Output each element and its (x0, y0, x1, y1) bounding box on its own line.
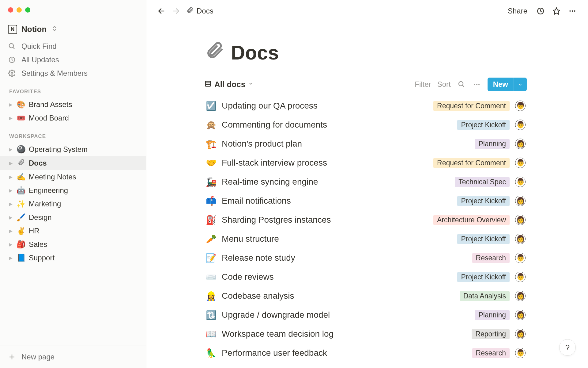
sidebar-workspace-item-5[interactable]: ▶🖌️Design (0, 211, 146, 224)
avatar[interactable]: 👨 (515, 253, 526, 263)
caret-right-icon[interactable]: ▶ (9, 228, 13, 233)
doc-title[interactable]: Commenting for documents (222, 120, 327, 130)
view-select[interactable]: All docs (205, 80, 253, 89)
breadcrumb-title: Docs (197, 7, 213, 15)
chevron-down-icon[interactable] (514, 78, 527, 91)
window-minimize-button[interactable] (17, 7, 22, 13)
sidebar-workspace-item-2[interactable]: ▶✍️Meeting Notes (0, 170, 146, 184)
sidebar-fav-item-0[interactable]: ▶🎨Brand Assets (0, 98, 146, 111)
avatar[interactable]: 👩 (515, 215, 526, 225)
new-button-label: New (488, 78, 514, 91)
more-button[interactable] (567, 6, 578, 16)
doc-title[interactable]: Workspace team decision log (222, 329, 334, 339)
sidebar-workspace-item-3[interactable]: ▶🤖Engineering (0, 184, 146, 197)
window-close-button[interactable] (8, 7, 13, 13)
list-view-icon (205, 80, 211, 89)
doc-row[interactable]: 🚂Real-time syncing engineTechnical Spec👨 (205, 172, 527, 191)
search-button[interactable] (457, 80, 466, 89)
doc-title[interactable]: Codebase analysis (222, 291, 294, 301)
workspace-section-label: WORKSPACE (0, 125, 146, 143)
sidebar-workspace-item-4[interactable]: ▶✨Marketing (0, 197, 146, 211)
quick-find-button[interactable]: Quick Find (0, 40, 146, 53)
doc-row[interactable]: 🥕Menu structureProject Kickoff👩 (205, 229, 527, 248)
doc-title[interactable]: Sharding Postgres instances (222, 215, 331, 225)
sidebar-workspace-item-8[interactable]: ▶📘Support (0, 251, 146, 265)
paperclip-icon (186, 6, 194, 16)
sidebar-fav-item-1[interactable]: ▶🎟️Mood Board (0, 111, 146, 125)
doc-row[interactable]: ⌨️Code reviewsProject Kickoff👨 (205, 267, 527, 286)
doc-tag: Project Kickoff (457, 196, 510, 206)
doc-row[interactable]: 🤝Full-stack interview processRequest for… (205, 153, 527, 172)
sort-button[interactable]: Sort (437, 80, 451, 89)
doc-title[interactable]: Upgrade / downgrade model (222, 310, 330, 320)
nav-forward-button[interactable] (172, 6, 181, 16)
doc-title[interactable]: Email notifications (222, 196, 291, 206)
caret-right-icon[interactable]: ▶ (9, 188, 13, 193)
all-updates-button[interactable]: All Updates (0, 53, 146, 67)
doc-title[interactable]: Notion's product plan (222, 139, 302, 149)
settings-button[interactable]: Settings & Members (0, 67, 146, 80)
sidebar-workspace-item-7[interactable]: ▶🎒Sales (0, 238, 146, 251)
caret-right-icon[interactable]: ▶ (9, 201, 13, 206)
doc-title[interactable]: Updating our QA process (222, 101, 318, 111)
doc-title[interactable]: Performance user feedback (222, 348, 327, 358)
favorite-button[interactable] (551, 6, 562, 16)
caret-right-icon[interactable]: ▶ (9, 174, 13, 179)
view-more-button[interactable] (472, 80, 481, 89)
new-button[interactable]: New (488, 78, 527, 91)
avatar[interactable]: 👨 (515, 120, 526, 130)
avatar[interactable]: 👨 (515, 272, 526, 282)
avatar[interactable]: 👨 (515, 158, 526, 168)
avatar[interactable]: 👩 (515, 310, 526, 320)
sidebar-workspace-item-0[interactable]: ▶🎱Operating System (0, 143, 146, 156)
sidebar-workspace-item-6[interactable]: ▶✌️HR (0, 224, 146, 238)
doc-row[interactable]: 🙊Commenting for documentsProject Kickoff… (205, 115, 527, 134)
tree-item-label: Docs (29, 159, 47, 167)
share-button[interactable]: Share (505, 6, 530, 17)
avatar[interactable]: 👦 (515, 101, 526, 111)
caret-right-icon[interactable]: ▶ (9, 161, 13, 166)
avatar[interactable]: 👩 (515, 139, 526, 149)
svg-point-10 (569, 10, 571, 12)
avatar[interactable]: 👨 (515, 177, 526, 187)
doc-row[interactable]: 🏗️Notion's product planPlanning👩 (205, 134, 527, 153)
filter-button[interactable]: Filter (415, 80, 431, 89)
doc-title[interactable]: Release note study (222, 253, 295, 263)
tree-item-label: Design (29, 213, 52, 222)
caret-right-icon[interactable]: ▶ (9, 215, 13, 220)
avatar[interactable]: 👩 (515, 234, 526, 244)
avatar[interactable]: 👩 (515, 329, 526, 339)
doc-row[interactable]: 📫Email notificationsProject Kickoff👩 (205, 191, 527, 210)
workspace-switcher[interactable]: N Notion (0, 22, 146, 40)
doc-tag: Data Analysis (460, 291, 510, 301)
doc-row[interactable]: 📝Release note studyResearch👨 (205, 248, 527, 267)
breadcrumb[interactable]: Docs (186, 6, 213, 16)
gear-icon (8, 69, 16, 77)
help-button[interactable]: ? (559, 339, 576, 356)
doc-row[interactable]: 🔃Upgrade / downgrade modelPlanning👩 (205, 305, 527, 324)
new-page-button[interactable]: New page (0, 346, 146, 368)
updates-button[interactable] (535, 6, 546, 16)
caret-right-icon[interactable]: ▶ (9, 242, 13, 247)
doc-row[interactable]: 🦜Performance user feedbackResearch👨 (205, 343, 527, 362)
doc-row[interactable]: ☑️Updating our QA processRequest for Com… (205, 96, 527, 115)
doc-row[interactable]: ⛽Sharding Postgres instancesArchitecture… (205, 210, 527, 229)
doc-row[interactable]: 📖Workspace team decision logReporting👩 (205, 324, 527, 343)
nav-back-button[interactable] (157, 6, 166, 16)
avatar[interactable]: 👨 (515, 348, 526, 358)
doc-title[interactable]: Real-time syncing engine (222, 177, 318, 187)
caret-right-icon[interactable]: ▶ (9, 102, 13, 107)
window-maximize-button[interactable] (25, 7, 30, 13)
caret-right-icon[interactable]: ▶ (9, 116, 13, 121)
avatar[interactable]: 👩 (515, 291, 526, 301)
doc-title[interactable]: Full-stack interview process (222, 158, 327, 168)
svg-point-20 (478, 84, 480, 85)
caret-right-icon[interactable]: ▶ (9, 255, 13, 260)
doc-row[interactable]: 👷‍♀️Codebase analysisData Analysis👩 (205, 286, 527, 305)
doc-emoji-icon: ⛽ (206, 215, 216, 225)
avatar[interactable]: 👩 (515, 196, 526, 206)
sidebar-workspace-item-1[interactable]: ▶Docs (0, 156, 146, 170)
caret-right-icon[interactable]: ▶ (9, 147, 13, 152)
doc-title[interactable]: Code reviews (222, 272, 274, 282)
doc-title[interactable]: Menu structure (222, 234, 279, 244)
